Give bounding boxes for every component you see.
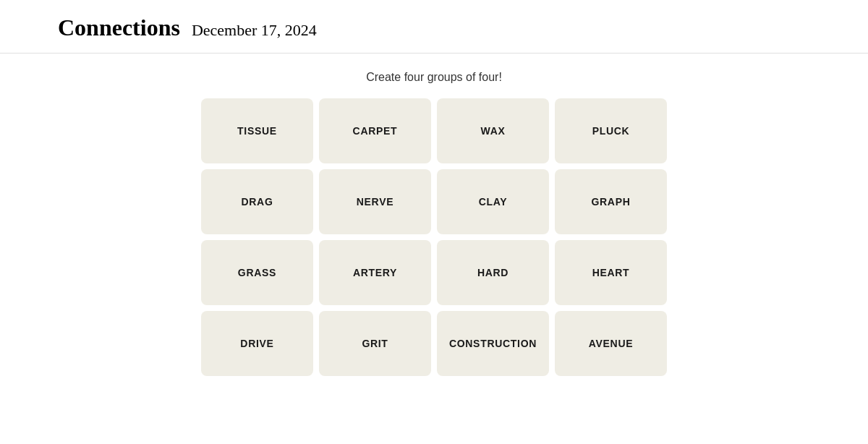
header-date: December 17, 2024: [192, 21, 317, 40]
cell-heart[interactable]: HEART: [555, 240, 667, 305]
cell-drag[interactable]: DRAG: [201, 169, 313, 234]
cell-label-graph: GRAPH: [588, 193, 633, 210]
cell-avenue[interactable]: AVENUE: [555, 311, 667, 376]
cell-hard[interactable]: HARD: [437, 240, 549, 305]
cell-carpet[interactable]: CARPET: [319, 98, 431, 163]
page-title: Connections: [58, 14, 180, 41]
cell-clay[interactable]: CLAY: [437, 169, 549, 234]
cell-label-wax: WAX: [478, 122, 509, 140]
game-container: Create four groups of four! TISSUECARPET…: [0, 54, 868, 376]
cell-label-clay: CLAY: [476, 193, 511, 210]
cell-label-grit: GRIT: [359, 335, 391, 352]
cell-label-grass: GRASS: [235, 264, 279, 281]
cell-label-avenue: AVENUE: [586, 335, 637, 352]
cell-graph[interactable]: GRAPH: [555, 169, 667, 234]
cell-grit[interactable]: GRIT: [319, 311, 431, 376]
cell-label-pluck: PLUCK: [590, 122, 633, 140]
cell-wax[interactable]: WAX: [437, 98, 549, 163]
game-grid: TISSUECARPETWAXPLUCKDRAGNERVECLAYGRAPHGR…: [201, 98, 667, 376]
cell-label-tissue: TISSUE: [234, 122, 280, 140]
cell-label-carpet: CARPET: [350, 122, 401, 140]
instructions: Create four groups of four!: [366, 71, 502, 84]
cell-label-nerve: NERVE: [354, 193, 396, 210]
cell-pluck[interactable]: PLUCK: [555, 98, 667, 163]
cell-nerve[interactable]: NERVE: [319, 169, 431, 234]
cell-construction[interactable]: CONSTRUCTION: [437, 311, 549, 376]
cell-label-drive: DRIVE: [237, 335, 276, 352]
cell-tissue[interactable]: TISSUE: [201, 98, 313, 163]
header: Connections December 17, 2024: [0, 0, 868, 54]
cell-artery[interactable]: ARTERY: [319, 240, 431, 305]
cell-label-artery: ARTERY: [350, 264, 400, 281]
cell-label-hard: HARD: [475, 264, 511, 281]
cell-grass[interactable]: GRASS: [201, 240, 313, 305]
cell-label-heart: HEART: [590, 264, 633, 281]
cell-label-construction: CONSTRUCTION: [446, 335, 540, 352]
cell-label-drag: DRAG: [238, 193, 276, 210]
cell-drive[interactable]: DRIVE: [201, 311, 313, 376]
